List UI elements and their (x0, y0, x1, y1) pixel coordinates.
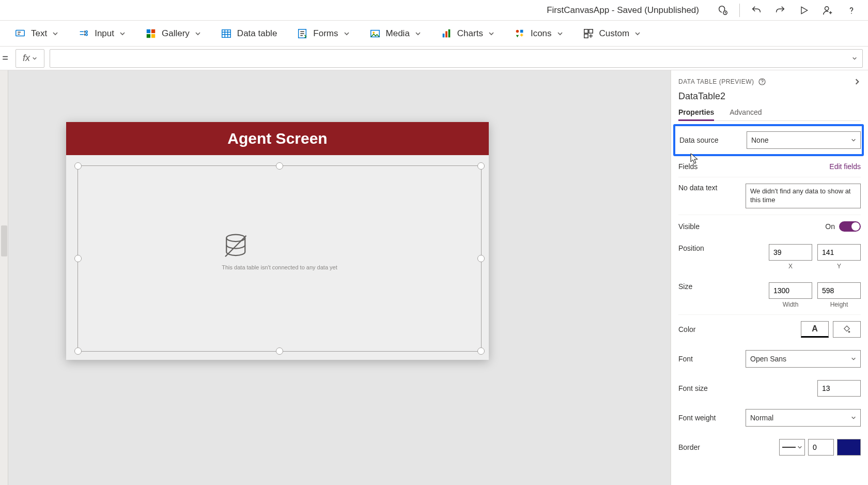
position-y-sublabel: Y (817, 263, 861, 270)
ribbon-forms[interactable]: Forms (297, 28, 349, 39)
screen-preview[interactable]: Agent Screen (66, 122, 489, 360)
formula-equals: = (0, 52, 10, 64)
app-title: FirstCanvasApp - Saved (Unpublished) (547, 5, 699, 16)
resize-handle-tl[interactable] (74, 162, 82, 170)
size-width-sublabel: Width (769, 301, 812, 308)
prop-color-label: Color (678, 325, 740, 334)
ribbon-custom[interactable]: Custom (583, 28, 641, 39)
visible-toggle[interactable]: On (825, 221, 861, 232)
share-user-icon[interactable] (817, 0, 838, 21)
properties-pane: DATA TABLE (PREVIEW) DataTable2 Properti… (671, 70, 868, 485)
pane-collapse-icon[interactable] (854, 78, 861, 85)
ribbon-input[interactable]: Input (78, 28, 126, 39)
size-width-input[interactable] (769, 282, 812, 299)
datasource-select[interactable]: None (747, 131, 861, 149)
canvas-area[interactable]: Agent Screen (0, 70, 671, 485)
border-width-input[interactable] (808, 439, 834, 456)
visible-state: On (825, 222, 835, 231)
formula-expand-icon[interactable] (852, 56, 857, 61)
svg-point-13 (373, 32, 375, 34)
ribbon-media-label: Media (386, 28, 410, 39)
fontweight-value: Normal (750, 414, 773, 422)
font-color-swatch[interactable]: A (801, 321, 829, 338)
svg-rect-20 (588, 29, 592, 33)
size-height-sublabel: Height (817, 301, 861, 308)
titlebar-divider (739, 4, 740, 17)
ribbon-datatable[interactable]: Data table (221, 28, 277, 39)
resize-handle-br[interactable] (477, 347, 485, 355)
svg-rect-7 (151, 29, 155, 33)
nodatatext-input[interactable]: We didn't find any data to show at this … (746, 184, 861, 208)
insert-ribbon: Text Input Gallery Data table Forms Medi… (0, 21, 868, 47)
edit-fields-link[interactable]: Edit fields (829, 162, 861, 171)
resize-handle-bc[interactable] (276, 347, 283, 355)
resize-handle-mr[interactable] (477, 255, 485, 262)
ribbon-text-label: Text (31, 28, 47, 39)
chevron-down-icon (851, 138, 856, 143)
info-icon[interactable] (758, 78, 766, 86)
ribbon-icons[interactable]: Icons (514, 28, 563, 39)
svg-point-2 (851, 13, 852, 14)
resize-handle-tr[interactable] (477, 162, 485, 170)
svg-point-25 (762, 83, 763, 84)
resize-handle-bl[interactable] (74, 347, 82, 355)
datatable-selection[interactable]: This data table isn't connected to any d… (78, 165, 482, 352)
fill-color-swatch[interactable] (833, 321, 861, 338)
undo-icon[interactable] (746, 0, 767, 21)
screen-header-label: Agent Screen (66, 122, 489, 155)
border-style-select[interactable] (779, 439, 805, 456)
help-icon[interactable] (841, 0, 862, 21)
font-select[interactable]: Open Sans (746, 350, 861, 368)
prop-border-label: Border (678, 443, 740, 451)
prop-datasource-label: Data source (679, 136, 741, 144)
svg-rect-19 (584, 29, 587, 33)
svg-rect-6 (147, 29, 150, 33)
prop-font-label: Font (678, 355, 740, 363)
app-checker-icon[interactable] (712, 0, 733, 21)
ribbon-icons-label: Icons (531, 28, 552, 39)
ribbon-charts[interactable]: Charts (441, 28, 494, 39)
tab-advanced[interactable]: Advanced (730, 105, 762, 120)
prop-visible-label: Visible (678, 222, 740, 231)
position-y-input[interactable] (817, 244, 861, 261)
svg-point-5 (86, 34, 88, 36)
datatable-empty-state: This data table isn't connected to any d… (222, 232, 337, 270)
ribbon-text[interactable]: Text (14, 28, 58, 39)
ribbon-gallery[interactable]: Gallery (145, 28, 201, 39)
tab-properties[interactable]: Properties (678, 105, 714, 121)
svg-rect-8 (147, 34, 150, 37)
datasource-highlight: Data source None (673, 124, 864, 156)
ribbon-forms-label: Forms (313, 28, 338, 39)
prop-position-label: Position (678, 244, 740, 252)
svg-rect-14 (443, 34, 445, 37)
chevron-down-icon (797, 445, 802, 450)
formula-input[interactable] (50, 49, 863, 68)
left-collapsed-rail[interactable] (0, 70, 8, 485)
ribbon-gallery-label: Gallery (162, 28, 190, 39)
svg-rect-15 (445, 31, 447, 37)
rail-expand-handle[interactable] (1, 225, 7, 256)
svg-point-17 (516, 29, 519, 33)
redo-icon[interactable] (770, 0, 791, 21)
ribbon-media[interactable]: Media (369, 28, 421, 39)
database-icon (222, 232, 337, 260)
ribbon-input-label: Input (95, 28, 114, 39)
datasource-value: None (751, 136, 768, 144)
font-value: Open Sans (750, 355, 786, 363)
size-height-input[interactable] (817, 282, 861, 299)
fontsize-input[interactable] (817, 380, 861, 397)
svg-point-1 (825, 6, 829, 10)
fontweight-select[interactable]: Normal (746, 409, 861, 427)
play-icon[interactable] (794, 0, 814, 21)
svg-rect-9 (151, 34, 155, 37)
prop-size-label: Size (678, 282, 740, 291)
border-color-swatch[interactable] (837, 439, 861, 456)
resize-handle-tc[interactable] (276, 162, 283, 170)
prop-fontweight-label: Font weight (678, 414, 740, 422)
position-x-input[interactable] (769, 244, 812, 261)
position-x-sublabel: X (769, 263, 812, 270)
resize-handle-ml[interactable] (74, 255, 82, 262)
svg-rect-3 (16, 30, 25, 36)
fx-button[interactable]: fx (16, 49, 44, 68)
props-tabs: Properties Advanced (678, 105, 861, 121)
